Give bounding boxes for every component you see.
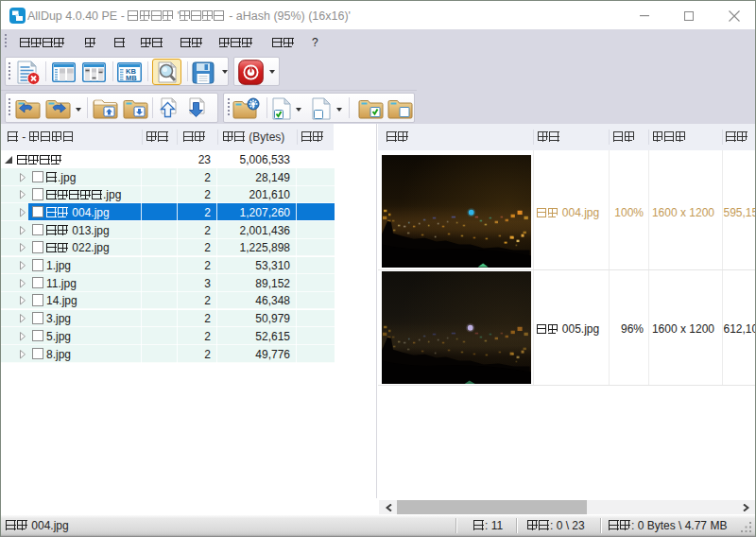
svg-text:MB: MB (126, 74, 137, 82)
